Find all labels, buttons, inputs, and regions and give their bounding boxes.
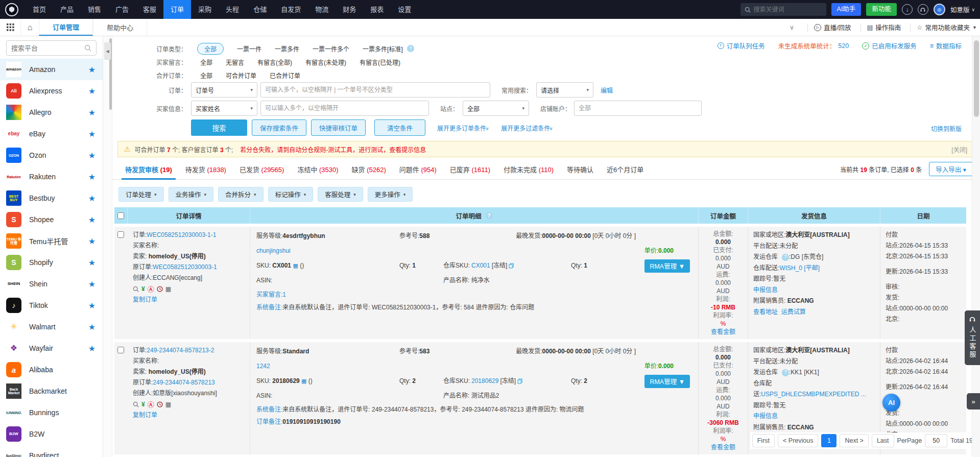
grid-icon[interactable]: ▦ — [165, 399, 171, 410]
perpage-input[interactable] — [925, 434, 947, 447]
page-prev-button[interactable]: < Previous — [778, 434, 818, 447]
sidebar-platform-aliexpress[interactable]: AliAliexpress★ — [0, 80, 103, 102]
original-order-link[interactable]: WEC0582512030003-1 — [153, 263, 217, 271]
rma-manage-button[interactable]: RMA管理 ▼ — [644, 375, 690, 388]
new-feature-button[interactable]: 新功能 — [866, 3, 897, 16]
order-tab-缺货[interactable]: 缺货 (5262) — [345, 164, 393, 179]
sidebar-platform-tiktok[interactable]: ♪Tiktok★ — [0, 295, 103, 316]
action-button-业务操作[interactable]: 业务操作 ▾ — [169, 187, 214, 202]
help-icon[interactable]: ? — [782, 369, 789, 376]
declaration-info-link[interactable]: 申报信息 — [753, 286, 778, 294]
favorite-star-icon[interactable]: ★ — [87, 236, 97, 246]
favorite-star-icon[interactable]: ★ — [87, 215, 97, 225]
filter-option[interactable]: 有留言(已处理) — [360, 58, 400, 66]
product-link[interactable]: 1242 — [256, 363, 270, 370]
chevron-down-icon[interactable]: ∨ — [790, 23, 794, 31]
nav-item-5[interactable]: 客服 — [136, 0, 163, 19]
product-link[interactable]: chunjingshui — [256, 247, 291, 254]
headset-icon[interactable] — [918, 4, 928, 15]
home-icon[interactable]: ⌂ — [20, 19, 39, 36]
filter-option[interactable]: 有留言(全部) — [257, 58, 292, 66]
expand-order-conditions-link[interactable]: 展开更多订单条件» — [437, 124, 489, 132]
freight-estimate-link[interactable]: 运费试算 — [781, 308, 806, 316]
deadline-clock-icon[interactable] — [157, 401, 163, 407]
favorite-star-icon[interactable]: ★ — [87, 129, 97, 139]
global-search-field[interactable] — [754, 6, 815, 13]
search-button[interactable]: 搜索 — [191, 119, 247, 136]
sidebar-platform-backmarket[interactable]: Back MarketBackmarket — [0, 380, 103, 402]
filter-option[interactable]: 全部 — [200, 58, 212, 66]
action-button-更多操作[interactable]: 更多操作 ▾ — [368, 187, 413, 202]
favorite-star-icon[interactable]: ★ — [87, 65, 97, 75]
page-last-button[interactable]: Last — [872, 434, 894, 447]
filter-option[interactable]: 一票一件 — [237, 44, 261, 53]
import-export-button[interactable]: 导入导出 ▾ — [929, 162, 973, 176]
help-icon[interactable]: ? — [486, 212, 493, 219]
nav-item-6[interactable]: 订单 — [163, 0, 191, 19]
ai-assistant-button[interactable]: AI助手 — [831, 3, 862, 16]
select-all-checkbox[interactable] — [117, 212, 124, 219]
sidebar-platform-allegro[interactable]: Allegro★ — [0, 102, 103, 123]
sidebar-platform-alibaba[interactable]: aAlibaba — [0, 359, 103, 380]
order-tab-待发货审核[interactable]: 待发货审核 (19) — [118, 164, 179, 179]
order-tab-已废弃[interactable]: 已废弃 (1611) — [443, 164, 497, 179]
clear-conditions-button[interactable]: 清空条件 — [374, 119, 425, 136]
close-notice-button[interactable]: [关闭] — [951, 145, 967, 154]
row-checkbox[interactable] — [117, 231, 124, 238]
order-tab-问题件[interactable]: 问题件 (954) — [393, 164, 443, 179]
nav-item-12[interactable]: 财务 — [336, 0, 363, 19]
copy-icon[interactable] — [509, 263, 514, 269]
order-tab-冻结中[interactable]: 冻结中 (3530) — [291, 164, 345, 179]
switch-to-new-version-link[interactable]: 切换到新版 — [931, 124, 962, 133]
ai-floating-button[interactable]: AI — [882, 394, 900, 412]
buyer-field-select[interactable]: 买家姓名▾ — [191, 101, 257, 116]
warehouse-delivery-link[interactable]: WISH_0 [平邮] — [779, 264, 820, 272]
nav-item-9[interactable]: 仓储 — [246, 0, 274, 19]
help-icon[interactable]: ? — [407, 45, 414, 52]
favorite-star-icon[interactable]: ★ — [87, 86, 97, 96]
filter-option[interactable]: 可合并订单 — [226, 71, 256, 80]
filter-option[interactable]: 无留言 — [226, 58, 244, 66]
order-queue-task-link[interactable]: 订单队列任务 — [718, 41, 765, 51]
order-tab-近6个月订单[interactable]: 近6个月订单 — [600, 164, 650, 179]
page-number-current[interactable]: 1 — [821, 434, 836, 447]
nav-item-14[interactable]: 设置 — [391, 0, 418, 19]
amazon-flag-icon[interactable]: Ⓐ — [148, 284, 154, 295]
page-next-button[interactable]: Next > — [840, 434, 868, 447]
nav-item-4[interactable]: 广告 — [108, 0, 136, 19]
favorite-star-icon[interactable]: ★ — [87, 301, 97, 310]
live-replay-link[interactable]: ▷直播/回放 — [814, 22, 854, 32]
download-icon[interactable]: ↓ — [902, 4, 913, 15]
common-search-select[interactable]: 请选择▾ — [536, 82, 593, 98]
money-icon[interactable]: ¥ — [141, 399, 145, 410]
copy-order-link[interactable]: 复制订单 — [133, 412, 157, 419]
filter-option[interactable]: 已合并订单 — [270, 71, 300, 80]
favorites-link[interactable]: ☆常用功能收藏夹▼ — [917, 22, 980, 32]
filter-option[interactable]: 一票多件 — [275, 44, 299, 53]
sidebar-platform-temu半托管[interactable]: TEMU 半托管Temu半托管★ — [0, 230, 103, 252]
store-account-input[interactable] — [574, 101, 702, 116]
filter-option[interactable]: 有留言(未处理) — [305, 58, 346, 66]
sku-grid-icon[interactable]: ▦ — [293, 262, 298, 269]
action-button-合并拆分[interactable]: 合并拆分 ▾ — [218, 187, 264, 202]
apps-grid-icon[interactable] — [0, 19, 20, 36]
favorite-star-icon[interactable]: ★ — [87, 279, 97, 289]
tab-help-center[interactable]: 帮助中心 — [93, 19, 147, 36]
order-tab-等待确认[interactable]: 等待确认 — [560, 164, 600, 179]
expand-panel-button[interactable]: » — [967, 393, 980, 410]
favorite-star-icon[interactable]: ★ — [87, 322, 97, 332]
collapse-sidebar-button[interactable]: ◀ — [104, 42, 111, 60]
order-number-link[interactable]: WEC0582512030003-1-1 — [147, 231, 216, 238]
platform-search-input[interactable] — [6, 40, 97, 56]
sidebar-platform-ozon[interactable]: OZONOzon★ — [0, 145, 103, 166]
copy-order-link[interactable]: 复制订单 — [133, 296, 157, 303]
operation-guide-link[interactable]: ▤操作指南 — [867, 22, 904, 32]
magnifier-icon[interactable] — [133, 286, 139, 292]
platform-search-field[interactable] — [11, 44, 84, 52]
nav-item-1[interactable]: 首页 — [26, 0, 53, 19]
warehouse-sku-link[interactable]: CX001 — [471, 260, 490, 271]
customer-service-tab[interactable]: 人工客服 — [965, 310, 980, 365]
scrollbar-thumb[interactable] — [974, 40, 979, 117]
original-order-link[interactable]: 249-2344074-8578213 — [153, 379, 214, 386]
order-type-select[interactable]: 订单号▾ — [191, 82, 257, 98]
